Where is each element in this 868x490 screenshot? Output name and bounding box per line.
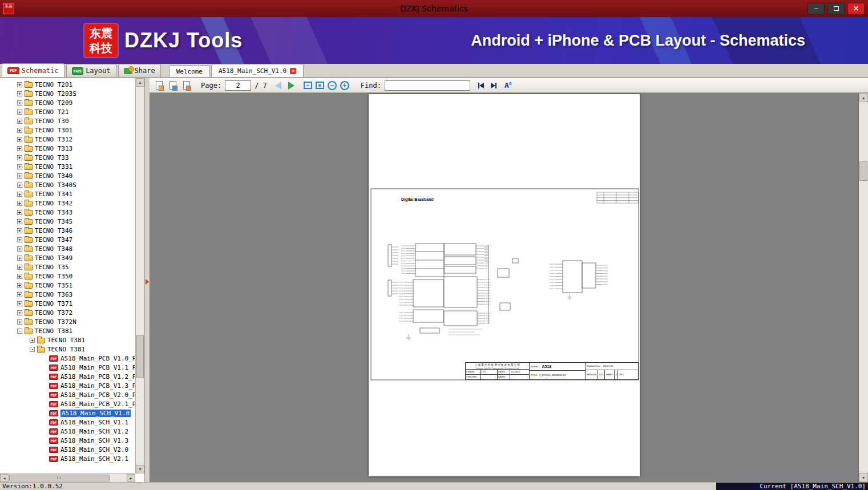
tree-toggle-icon[interactable]: +: [17, 137, 22, 142]
scroll-up-icon[interactable]: ▲: [859, 93, 868, 102]
tree-item[interactable]: + TECNO T341: [0, 189, 135, 199]
tree-item[interactable]: PDF A518_Main_SCH_V1.3: [0, 436, 135, 445]
tree-toggle-icon[interactable]: +: [17, 292, 22, 297]
tree-item[interactable]: + TECNO T372: [0, 308, 135, 317]
tree-toggle-icon[interactable]: +: [17, 155, 22, 160]
tree-item[interactable]: - TECNO T381: [0, 345, 135, 354]
multi-page-icon[interactable]: [181, 80, 192, 91]
tree-toggle-icon[interactable]: +: [17, 192, 22, 197]
tree-item[interactable]: + TECNO T351: [0, 281, 135, 290]
tree-item[interactable]: + TECNO T331: [0, 162, 135, 171]
tree-item[interactable]: + TECNO T372N: [0, 317, 135, 326]
tree-toggle-icon[interactable]: +: [17, 91, 22, 96]
maximize-button[interactable]: [827, 3, 845, 14]
zoom-in-icon[interactable]: +: [340, 81, 349, 90]
tree-vertical-scrollbar[interactable]: ▲ ▼: [135, 78, 144, 473]
scroll-right-icon[interactable]: ►: [127, 474, 135, 482]
sidebar-splitter[interactable]: [145, 78, 150, 482]
tree-item[interactable]: PDF A518_Main_SCH_V2.0: [0, 445, 135, 454]
tab-layout[interactable]: PADS Layout: [66, 64, 116, 77]
minimize-button[interactable]: –: [808, 3, 825, 14]
tree-toggle-icon[interactable]: +: [17, 210, 22, 215]
tree-item[interactable]: + TECNO T343: [0, 208, 135, 217]
tree-item[interactable]: + TECNO T381: [0, 335, 135, 345]
tree-item[interactable]: + TECNO T347: [0, 235, 135, 244]
tree-hscroll-thumb[interactable]: [9, 475, 110, 481]
tree-toggle-icon[interactable]: -: [30, 347, 35, 352]
tree-item[interactable]: + TECNO T35: [0, 262, 135, 272]
tree-item[interactable]: + TECNO T348: [0, 244, 135, 253]
tree-toggle-icon[interactable]: +: [17, 319, 22, 325]
tree-item[interactable]: + TECNO T340: [0, 171, 135, 180]
tree-toggle-icon[interactable]: +: [17, 164, 22, 169]
tree-toggle-icon[interactable]: +: [17, 128, 22, 133]
find-previous-icon[interactable]: [478, 83, 484, 88]
tree-toggle-icon[interactable]: +: [17, 228, 22, 233]
tree-item[interactable]: + TECNO T340S: [0, 180, 135, 189]
tree-item[interactable]: + TECNO T201: [0, 80, 135, 89]
tree-item[interactable]: + TECNO T301: [0, 125, 135, 135]
font-size-icon[interactable]: [504, 81, 512, 90]
tree-toggle-icon[interactable]: +: [17, 265, 22, 270]
tree-item[interactable]: PDF A518_Main_PCB_V2.0_PLA: [0, 390, 135, 399]
tree-toggle-icon[interactable]: +: [17, 82, 22, 87]
tree-toggle-icon[interactable]: +: [17, 246, 22, 252]
tree-vscroll-thumb[interactable]: [136, 335, 144, 378]
tree-item[interactable]: PDF A518_Main_PCB_V1.1_PLA: [0, 363, 135, 372]
tree-item[interactable]: + TECNO T312: [0, 135, 135, 144]
pdf-viewer[interactable]: Digital Baseband 上 海 晨 兴 科 技 通 信 技 术 有 限…: [150, 93, 868, 482]
tree-item[interactable]: + TECNO T33: [0, 153, 135, 162]
tree-item[interactable]: + TECNO T21: [0, 107, 135, 116]
previous-page-icon[interactable]: [275, 82, 281, 90]
tree-item[interactable]: + TECNO T203S: [0, 89, 135, 98]
tree-item[interactable]: PDF A518_Main_PCB_V1.3_PLA: [0, 381, 135, 390]
collapse-arrow-icon[interactable]: [146, 279, 149, 285]
tree-toggle-icon[interactable]: +: [17, 119, 22, 124]
tree-toggle-icon[interactable]: +: [17, 283, 22, 288]
tree-toggle-icon[interactable]: +: [17, 219, 22, 224]
page-number-input[interactable]: [225, 80, 251, 91]
tree-item[interactable]: + TECNO T345: [0, 217, 135, 226]
tree-item[interactable]: PDF A518_Main_SCH_V2.1: [0, 454, 135, 463]
tab-close-icon[interactable]: ×: [290, 68, 296, 74]
tree-item[interactable]: PDF A518_Main_SCH_V1.0: [0, 408, 135, 418]
tree-item[interactable]: PDF A518_Main_PCB_V1.2_PLA: [0, 372, 135, 381]
tree-toggle-icon[interactable]: +: [17, 274, 22, 279]
tree-item[interactable]: + TECNO T349: [0, 253, 135, 262]
viewer-vertical-scrollbar[interactable]: ▲ ▼: [858, 93, 868, 482]
tree-toggle-icon[interactable]: +: [17, 310, 22, 315]
tree-item[interactable]: PDF A518_Main_PCB_V2.1_PLA: [0, 399, 135, 408]
tab-schematic[interactable]: PDF Schematic: [2, 63, 64, 77]
find-next-icon[interactable]: [491, 83, 496, 88]
tree-item[interactable]: - TECNO T381: [0, 326, 135, 335]
tree-item[interactable]: + TECNO T30: [0, 116, 135, 125]
tree-toggle-icon[interactable]: +: [17, 256, 22, 261]
tree-item[interactable]: + TECNO T209: [0, 98, 135, 107]
tree-toggle-icon[interactable]: +: [17, 146, 22, 151]
tree-item[interactable]: + TECNO T371: [0, 299, 135, 308]
scroll-left-icon[interactable]: ◄: [0, 474, 9, 482]
tree-item[interactable]: + TECNO T313: [0, 144, 135, 153]
scroll-up-icon[interactable]: ▲: [136, 78, 144, 87]
tab-welcome[interactable]: Welcome: [169, 65, 210, 77]
fit-width-icon[interactable]: ↔: [304, 82, 312, 89]
scroll-down-icon[interactable]: ▼: [859, 473, 868, 482]
zoom-out-icon[interactable]: −: [328, 81, 337, 90]
find-input[interactable]: [385, 80, 470, 91]
tree-toggle-icon[interactable]: -: [17, 329, 22, 334]
next-page-icon[interactable]: [288, 82, 294, 90]
tree-item[interactable]: + TECNO T346: [0, 226, 135, 235]
close-button[interactable]: ✕: [847, 3, 865, 14]
viewer-vscroll-thumb[interactable]: [859, 161, 867, 181]
tree-item[interactable]: + TECNO T342: [0, 199, 135, 208]
facing-pages-icon[interactable]: [168, 80, 178, 91]
tree-toggle-icon[interactable]: +: [17, 201, 22, 206]
tab-share[interactable]: Share: [118, 64, 161, 77]
tab-a518-main-sch-v1-0[interactable]: A518_Main_SCH_V1.0 ×: [211, 64, 304, 77]
tree-item[interactable]: PDF A518_Main_SCH_V1.2: [0, 427, 135, 436]
scroll-down-icon[interactable]: ▼: [136, 465, 144, 473]
fit-page-icon[interactable]: ▣: [316, 82, 324, 89]
tree-toggle-icon[interactable]: +: [17, 301, 22, 306]
tree-toggle-icon[interactable]: +: [17, 173, 22, 179]
tree-item[interactable]: PDF A518_Main_SCH_V1.1: [0, 418, 135, 427]
